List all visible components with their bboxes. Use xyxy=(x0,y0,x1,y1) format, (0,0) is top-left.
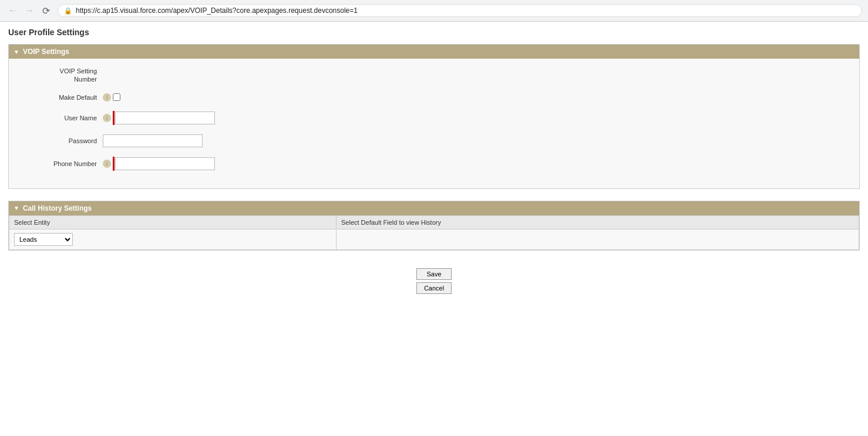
forward-button[interactable]: → xyxy=(22,4,36,18)
voip-setting-number-row: VOIP SettingNumber xyxy=(21,67,847,84)
phone-number-label: Phone Number xyxy=(21,160,103,168)
call-history-body: Select Entity Select Default Field to vi… xyxy=(9,215,859,250)
user-name-label: User Name xyxy=(21,114,103,122)
make-default-control: i xyxy=(103,93,120,102)
call-history-panel: ▼ Call History Settings Select Entity Se… xyxy=(8,201,860,251)
call-history-section-title: Call History Settings xyxy=(23,204,92,212)
phone-number-info-icon: i xyxy=(103,160,111,168)
phone-number-required-bar xyxy=(113,157,115,171)
user-name-control: i xyxy=(103,111,215,125)
user-name-row: User Name i xyxy=(21,111,847,125)
voip-settings-panel: ▼ VOIP Settings VOIP SettingNumber Make … xyxy=(8,44,860,189)
select-field-col-header: Select Default Field to view History xyxy=(336,215,859,229)
back-button[interactable]: ← xyxy=(6,4,20,18)
save-button[interactable]: Save xyxy=(416,268,452,280)
nav-buttons: ← → ⟳ xyxy=(6,4,53,18)
voip-chevron-icon: ▼ xyxy=(14,49,19,55)
field-select-cell xyxy=(336,229,859,249)
make-default-label: Make Default xyxy=(21,93,103,102)
browser-chrome: ← → ⟳ 🔒 https://c.ap15.visual.force.com/… xyxy=(0,0,868,22)
voip-section-title: VOIP Settings xyxy=(23,48,69,56)
page-title: User Profile Settings xyxy=(8,28,860,37)
entity-select[interactable]: Leads Contacts Accounts xyxy=(14,233,73,246)
entity-table: Select Entity Select Default Field to vi… xyxy=(9,215,859,250)
make-default-info-icon: i xyxy=(103,93,111,102)
select-entity-col-header: Select Entity xyxy=(9,215,337,229)
password-row: Password xyxy=(21,134,847,147)
page-content: User Profile Settings ▼ VOIP Settings VO… xyxy=(0,22,868,300)
make-default-checkbox[interactable] xyxy=(113,93,120,101)
user-name-info-icon: i xyxy=(103,114,111,122)
phone-number-control: i xyxy=(103,157,215,171)
address-bar[interactable]: 🔒 https://c.ap15.visual.force.com/apex/V… xyxy=(58,4,862,17)
voip-settings-body: VOIP SettingNumber Make Default i User N… xyxy=(9,59,859,188)
phone-number-row: Phone Number i xyxy=(21,157,847,171)
voip-setting-number-label: VOIP SettingNumber xyxy=(21,67,103,84)
cancel-button[interactable]: Cancel xyxy=(416,282,452,294)
password-control xyxy=(103,134,203,147)
entity-select-cell: Leads Contacts Accounts xyxy=(9,229,337,249)
phone-number-input[interactable] xyxy=(115,157,215,170)
actions-area: Save Cancel xyxy=(8,268,860,294)
reload-button[interactable]: ⟳ xyxy=(39,4,53,18)
call-history-header[interactable]: ▼ Call History Settings xyxy=(9,201,859,215)
password-input[interactable] xyxy=(103,134,203,147)
call-history-chevron-icon: ▼ xyxy=(14,205,19,211)
voip-settings-header[interactable]: ▼ VOIP Settings xyxy=(9,45,859,59)
user-name-required-bar xyxy=(113,111,115,125)
user-name-input[interactable] xyxy=(115,111,215,124)
url-text: https://c.ap15.visual.force.com/apex/VOI… xyxy=(76,6,358,15)
make-default-row: Make Default i xyxy=(21,93,847,102)
entity-row: Leads Contacts Accounts xyxy=(9,229,859,249)
lock-icon: 🔒 xyxy=(64,7,72,15)
password-label: Password xyxy=(21,137,103,145)
